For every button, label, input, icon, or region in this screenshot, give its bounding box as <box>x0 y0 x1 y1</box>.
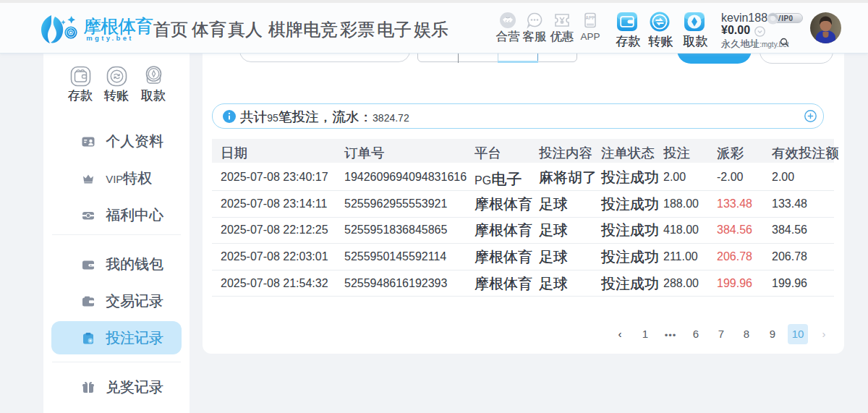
svg-text:APP: APP <box>585 15 595 20</box>
